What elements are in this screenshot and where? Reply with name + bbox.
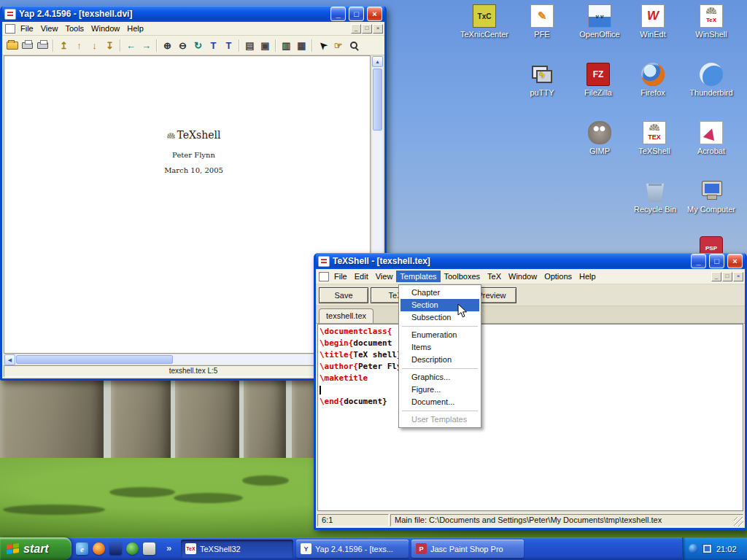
texshell-menu-options[interactable]: Options <box>541 271 576 282</box>
mdi-minimize-button[interactable]: _ <box>351 24 361 34</box>
first-page-icon[interactable]: ↥ <box>56 38 71 53</box>
yap-menu-window[interactable]: Window <box>88 23 123 34</box>
menu-separator <box>402 411 478 411</box>
save-button[interactable]: Save <box>319 287 368 303</box>
toolbar-separator <box>156 39 158 52</box>
bluetooth-icon[interactable] <box>689 544 698 553</box>
texshell-menu-toolboxes[interactable]: Toolboxes <box>441 271 484 282</box>
grid-view-icon[interactable]: ▦ <box>294 38 309 53</box>
magnifier-icon[interactable] <box>346 38 361 53</box>
templates-menu-item-description[interactable]: Description <box>400 354 479 366</box>
hand-icon[interactable]: ☞ <box>330 38 346 53</box>
vertical-scrollbar-thumb[interactable] <box>373 69 382 131</box>
tab-texshell-tex[interactable]: texshell.tex <box>319 308 374 323</box>
mdi-close-button[interactable]: × <box>733 272 743 281</box>
text-select-icon[interactable]: T <box>206 38 221 53</box>
close-button[interactable]: × <box>727 254 743 268</box>
last-page-icon[interactable]: ↧ <box>102 38 117 53</box>
desktop-icon-winedt[interactable]: WWinEdt <box>625 4 681 39</box>
desktop: TxCTeXnicCenter✎PFEv vOpenOfficeWWinEdtT… <box>0 0 747 560</box>
texshell-menu-edit[interactable]: Edit <box>351 271 372 282</box>
quicklaunch-app1-icon[interactable] <box>109 542 122 555</box>
texshell-menu-window[interactable]: Window <box>505 271 541 282</box>
desktop-icon-my-computer[interactable]: My Computer <box>684 179 739 214</box>
task-label: Yap 2.4.1596 - [texs... <box>315 545 393 553</box>
texshell-titlebar[interactable]: TeXShell - [texshell.tex] _ □ × <box>316 253 745 269</box>
facing-pages-icon[interactable]: ▣ <box>258 38 273 53</box>
yap-menu-tools[interactable]: Tools <box>61 23 88 34</box>
resize-grip[interactable] <box>734 517 743 526</box>
yap-menu-view[interactable]: View <box>37 23 62 34</box>
texshell-menu-tex[interactable]: TeX <box>484 271 505 282</box>
single-page-icon[interactable]: ▤ <box>242 38 258 53</box>
mdi-minimize-button[interactable]: _ <box>711 272 721 281</box>
desktop-icon-winshell[interactable]: TeXWinShell <box>684 4 739 39</box>
prev-page-icon[interactable]: ↑ <box>71 38 87 53</box>
desktop-icon-recycle-bin[interactable]: Recycle Bin <box>627 179 683 214</box>
refresh-icon[interactable]: ↻ <box>190 38 206 53</box>
open-icon[interactable] <box>4 38 20 53</box>
text-tool-icon[interactable]: T <box>221 38 236 53</box>
tab-bar: texshell.tex <box>316 306 745 324</box>
yap-window-icon <box>4 9 16 20</box>
print-icon[interactable] <box>20 38 35 53</box>
texshell-menu-help[interactable]: Help <box>576 271 600 282</box>
code-editor[interactable]: \documentclass{\begin{document\title{TeX… <box>317 324 743 511</box>
pointer-icon[interactable]: ➤ <box>315 38 330 53</box>
quicklaunch-firefox-icon[interactable] <box>93 542 105 555</box>
scroll-up-button[interactable]: ▲ <box>372 56 383 67</box>
yap-titlebar[interactable]: Yap 2.4.1596 - [texshell.dvi] _ □ × <box>2 6 384 22</box>
taskbar-task-jasc-paint-shop-pro[interactable]: PJasc Paint Shop Pro <box>411 540 524 558</box>
quicklaunch-app2-icon[interactable] <box>126 542 139 555</box>
taskbar-task-yap-2-4-1596-texs[interactable]: YYap 2.4.1596 - [texs... <box>296 540 409 558</box>
templates-menu-item-subsection[interactable]: Subsection <box>400 311 479 324</box>
desktop-icon-gimp[interactable]: GIMP <box>572 121 627 155</box>
zoom-in-icon[interactable]: ⊕ <box>160 38 175 53</box>
close-button[interactable]: × <box>367 7 382 21</box>
yap-menu-help[interactable]: Help <box>123 23 147 34</box>
quicklaunch-app3-icon[interactable] <box>143 542 155 555</box>
zoom-out-icon[interactable]: ⊖ <box>175 38 190 53</box>
mdi-restore-button[interactable]: □ <box>362 24 372 34</box>
menu-separator <box>402 368 478 369</box>
mdi-restore-button[interactable]: □ <box>722 272 732 281</box>
minimize-button[interactable]: _ <box>691 254 706 268</box>
texshell-menu-view[interactable]: View <box>372 271 397 282</box>
start-button[interactable]: start <box>0 537 71 560</box>
forward-icon[interactable]: → <box>139 38 154 53</box>
texshell-menu-templates[interactable]: Templates <box>396 271 440 282</box>
code-line: \begin{document <box>320 338 741 350</box>
templates-menu-item-chapter[interactable]: Chapter <box>400 287 479 299</box>
horizontal-scrollbar-thumb[interactable] <box>16 355 173 364</box>
templates-menu-item-enumeration[interactable]: Enumeration <box>400 329 479 341</box>
desktop-icon-openoffice[interactable]: v vOpenOffice <box>572 4 627 39</box>
desktop-icon-pfe[interactable]: ✎PFE <box>514 4 570 39</box>
thumbnails-icon[interactable]: ▥ <box>279 38 294 53</box>
templates-menu-item-graphics[interactable]: Graphics... <box>400 371 479 384</box>
minimize-button[interactable]: _ <box>330 7 346 21</box>
desktop-icon-texniccenter[interactable]: TxCTeXnicCenter <box>457 4 512 39</box>
quicklaunch-ie-icon[interactable]: e <box>76 542 88 555</box>
templates-menu-item-figure[interactable]: Figure... <box>400 384 479 396</box>
scroll-left-button[interactable]: ◀ <box>4 354 15 365</box>
desktop-icon-acrobat[interactable]: Acrobat <box>684 121 739 155</box>
print-setup-icon[interactable] <box>35 38 50 53</box>
taskbar-task-texshell32[interactable]: TeXTeXShell32 <box>181 540 293 558</box>
desktop-icon-putty[interactable]: ϟpuTTY <box>514 63 570 97</box>
back-icon[interactable]: ← <box>123 38 139 53</box>
maximize-button[interactable]: □ <box>709 254 724 268</box>
desktop-icon-firefox[interactable]: Firefox <box>625 63 681 97</box>
templates-menu-item-section[interactable]: Section <box>400 299 479 311</box>
network-icon[interactable] <box>703 544 712 553</box>
templates-menu-item-items[interactable]: Items <box>400 341 479 354</box>
mdi-close-button[interactable]: × <box>373 24 383 34</box>
desktop-icon-thunderbird[interactable]: Thunderbird <box>684 63 739 97</box>
desktop-icon-filezilla[interactable]: FZFileZilla <box>570 63 626 97</box>
templates-menu-item-document[interactable]: Document... <box>400 396 479 408</box>
desktop-icon-texshell[interactable]: TEXTeXShell <box>627 121 682 155</box>
yap-menu-file[interactable]: File <box>17 23 37 34</box>
texshell-menu-file[interactable]: File <box>330 271 351 282</box>
maximize-button[interactable]: □ <box>349 7 364 21</box>
next-page-icon[interactable]: ↓ <box>87 38 102 53</box>
overflow-chevron-icon[interactable]: » <box>166 542 171 553</box>
